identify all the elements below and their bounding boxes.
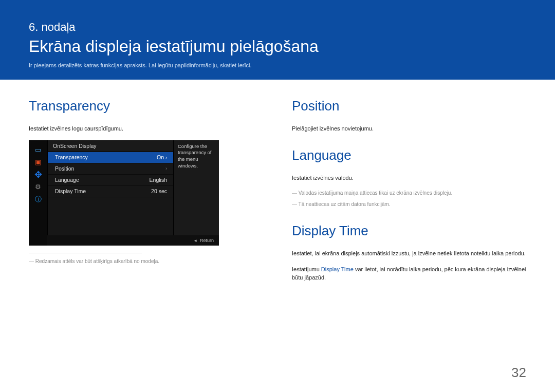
osd-row-transparency[interactable]: Transparency On › — [48, 152, 173, 163]
display-time-heading: Display Time — [292, 223, 526, 239]
right-column: Position Pielāgojiet izvēlnes novietojum… — [292, 98, 526, 296]
chapter-label: 6. nodaļa — [29, 21, 526, 34]
language-heading: Language — [292, 147, 526, 163]
return-label: Return — [200, 238, 214, 243]
footnote-divider — [29, 253, 142, 253]
osd-row-value: On › — [157, 154, 167, 160]
osd-help-panel: Configure the transparency of the menu w… — [174, 140, 219, 246]
chevron-right-icon: › — [165, 166, 167, 171]
info-icon: ⓘ — [33, 195, 43, 204]
chapter-banner: 6. nodaļa Ekrāna displeja iestatījumu pi… — [0, 0, 555, 80]
display-time-body-2: Iestatījumu Display Time var lietot, lai… — [292, 265, 526, 282]
transparency-heading: Transparency — [29, 98, 263, 114]
osd-header: OnScreen Display — [48, 140, 173, 152]
transparency-disclaimer: Redzamais attēls var būt atšķirīgs atkar… — [29, 257, 263, 266]
page-title: Ekrāna displeja iestatījumu pielāgošana — [29, 37, 526, 56]
left-column: Transparency Iestatiet izvēlnes logu cau… — [29, 98, 263, 296]
position-body: Pielāgojiet izvēlnes novietojumu. — [292, 124, 526, 133]
language-note-1: Valodas iestatījuma maiņa attiecas tikai… — [292, 189, 526, 197]
content-area: Transparency Iestatiet izvēlnes logu cau… — [0, 80, 555, 296]
chevron-right-icon: › — [165, 155, 167, 160]
display-time-inline-term: Display Time — [321, 266, 354, 272]
page-number: 32 — [511, 365, 526, 381]
osd-row-label: Language — [55, 177, 79, 183]
osd-menu: OnScreen Display Transparency On › Posit… — [47, 140, 174, 246]
osd-row-value: English — [150, 177, 167, 183]
position-heading: Position — [292, 98, 526, 114]
pip-icon: ▣ — [33, 158, 43, 167]
language-note-2: Tā neattiecas uz citām datora funkcijām. — [292, 200, 526, 209]
gear-icon: ⚙ — [33, 182, 43, 192]
osd-row-position[interactable]: Position › — [48, 163, 173, 175]
osd-row-label: Transparency — [55, 154, 88, 160]
osd-sidebar: ▭ ▣ ✥ ⚙ ⓘ — [29, 140, 47, 246]
picture-icon: ▭ — [33, 145, 43, 155]
osd-footer: ◂ Return — [47, 235, 219, 246]
language-body: Iestatiet izvēlnes valodu. — [292, 174, 526, 182]
osd-row-label: Display Time — [55, 188, 86, 194]
transparency-body: Iestatiet izvēlnes logu caurspīdīgumu. — [29, 124, 263, 133]
display-time-body-1: Iestatiet, lai ekrāna displejs automātis… — [292, 249, 526, 258]
osd-row-label: Position — [55, 165, 74, 172]
osd-row-display-time[interactable]: Display Time 20 sec — [48, 186, 173, 197]
page-subtitle: Ir pieejams detalizēts katras funkcijas … — [29, 62, 526, 68]
move-icon: ✥ — [33, 170, 43, 179]
osd-row-language[interactable]: Language English — [48, 175, 173, 186]
return-icon: ◂ — [194, 238, 197, 243]
osd-screenshot: ▭ ▣ ✥ ⚙ ⓘ OnScreen Display Transparency … — [29, 140, 219, 246]
osd-row-value: 20 sec — [151, 188, 167, 194]
